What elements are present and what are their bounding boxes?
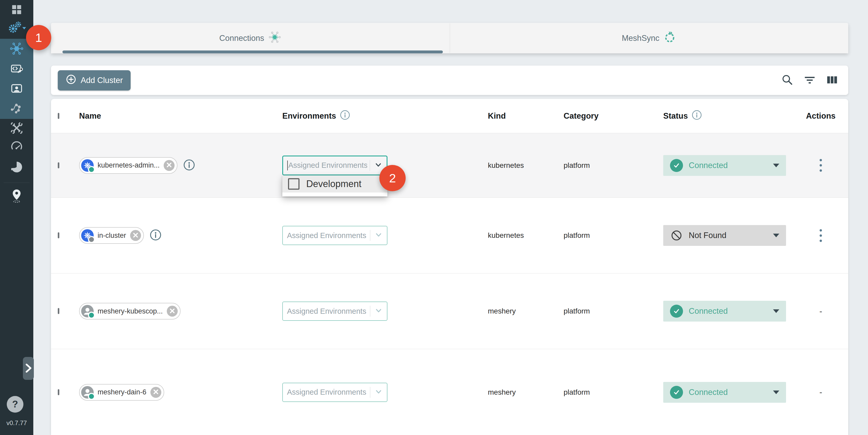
delete-connection-button[interactable] [164, 160, 175, 171]
info-icon[interactable] [340, 110, 350, 122]
connection-name: in-cluster [98, 231, 126, 240]
search-button[interactable] [780, 73, 795, 88]
view-columns-button[interactable] [825, 73, 839, 88]
connection-chip[interactable]: kubernetes-admin... [79, 157, 178, 174]
no-actions-dash: - [819, 387, 822, 397]
status-select[interactable]: Connected [663, 382, 786, 403]
connection-chip[interactable]: meshery-dain-6 [79, 384, 164, 401]
environments-select[interactable]: Assigned Environments [282, 226, 388, 245]
add-cluster-button[interactable]: Add Cluster [58, 70, 131, 91]
environment-option-development[interactable]: Development [282, 175, 388, 192]
help-icon: ? [12, 399, 18, 410]
sidebar: ? v0.7.77 [0, 0, 33, 435]
add-plus-icon [66, 74, 76, 87]
kubernetes-icon [81, 229, 94, 242]
annotation-badge-2: 2 [379, 165, 406, 191]
annotation-badge-1: 1 [26, 25, 51, 50]
pipeline-graph-icon [10, 102, 23, 115]
app-version: v0.7.77 [0, 420, 33, 427]
status-dot [88, 166, 95, 173]
chevron-down-icon[interactable] [374, 160, 383, 171]
tab-connections-label: Connections [219, 34, 264, 43]
dropdown-caret-icon [773, 309, 779, 313]
tab-meshsync[interactable]: MeshSync [450, 23, 848, 53]
info-icon[interactable] [691, 110, 702, 122]
info-icon[interactable] [150, 229, 162, 242]
table-header: Name Environments Kind Category S [51, 99, 848, 133]
chevron-down-icon[interactable] [374, 387, 383, 398]
table-row: meshery-kubescop... Assigned Environment… [51, 274, 848, 349]
lifecycle-gears-icon [7, 20, 27, 35]
close-icon [153, 389, 159, 396]
connection-name: meshery-kubescop... [98, 307, 163, 315]
category-cell: platform [564, 231, 663, 240]
filter-button[interactable] [802, 73, 817, 88]
sidebar-item-dashboard[interactable] [0, 4, 33, 15]
extensions-pie-icon [10, 160, 23, 174]
sync-ring-icon [663, 31, 676, 45]
location-pin-icon [10, 188, 23, 204]
column-header-status[interactable]: Status [663, 110, 793, 122]
select-all-checkbox[interactable] [58, 113, 59, 119]
environments-dropdown-menu: Development [282, 175, 388, 196]
configuration-wrench-icon [10, 122, 23, 134]
status-select[interactable]: Connected [663, 155, 786, 176]
environments-select[interactable]: Assigned Environments [282, 383, 388, 402]
connection-chip[interactable]: in-cluster [79, 227, 144, 244]
info-icon[interactable] [183, 159, 195, 172]
close-icon [166, 162, 172, 168]
kind-cell: meshery [488, 307, 564, 315]
category-cell: platform [564, 388, 663, 397]
connection-chip[interactable]: meshery-kubescop... [79, 303, 181, 319]
connection-name: kubernetes-admin... [98, 161, 160, 169]
sidebar-item-performance[interactable] [0, 140, 33, 153]
mesh-network-icon [268, 31, 281, 46]
performance-gauge-icon [10, 140, 23, 153]
text-cursor [287, 160, 288, 170]
meshery-connections-page: ? v0.7.77 Connections [0, 0, 868, 435]
column-header-environments[interactable]: Environments [282, 110, 488, 122]
delete-connection-button[interactable] [130, 230, 141, 241]
row-checkbox[interactable] [58, 232, 59, 238]
sidebar-item-workspaces[interactable] [0, 82, 33, 95]
sidebar-item-configuration[interactable] [0, 122, 33, 134]
delete-connection-button[interactable] [150, 387, 161, 398]
adapters-code-icon [10, 62, 23, 75]
user-avatar-icon [81, 305, 94, 317]
column-header-name[interactable]: Name [79, 111, 282, 121]
help-button[interactable]: ? [7, 396, 23, 413]
status-select[interactable]: Connected [663, 301, 786, 321]
row-checkbox[interactable] [58, 308, 59, 314]
delete-connection-button[interactable] [167, 306, 178, 317]
connections-mesh-icon [10, 42, 23, 55]
toolbar: Add Cluster [51, 66, 848, 95]
sidebar-item-location[interactable] [0, 188, 33, 204]
connected-check-icon [670, 159, 683, 172]
kind-cell: kubernetes [488, 231, 564, 240]
column-header-kind[interactable]: Kind [488, 111, 564, 121]
kind-cell: meshery [488, 388, 564, 397]
dropdown-caret-icon [773, 164, 779, 167]
status-dot [88, 312, 95, 319]
sidebar-item-extensions[interactable] [0, 160, 33, 174]
environments-select[interactable]: Assigned Environments [282, 156, 388, 175]
environments-select[interactable]: Assigned Environments [282, 302, 388, 321]
filter-icon [803, 73, 816, 87]
chevron-down-icon[interactable] [374, 230, 383, 241]
row-actions-menu-button[interactable] [817, 227, 825, 245]
sidebar-item-pipeline[interactable] [0, 102, 33, 115]
add-cluster-label: Add Cluster [81, 76, 123, 85]
sidebar-expand-button[interactable] [23, 357, 34, 380]
status-select[interactable]: Not Found [663, 225, 786, 246]
row-checkbox[interactable] [58, 389, 59, 395]
dropdown-caret-icon [773, 234, 779, 237]
option-checkbox[interactable] [288, 178, 300, 190]
row-actions-menu-button[interactable] [817, 156, 825, 174]
row-checkbox[interactable] [58, 162, 59, 168]
column-header-actions[interactable]: Actions [793, 111, 848, 121]
tab-connections[interactable]: Connections [51, 23, 450, 53]
column-header-category[interactable]: Category [564, 111, 663, 121]
sidebar-item-adapters[interactable] [0, 62, 33, 75]
chevron-down-icon[interactable] [374, 306, 383, 316]
not-found-slash-icon [670, 229, 683, 242]
